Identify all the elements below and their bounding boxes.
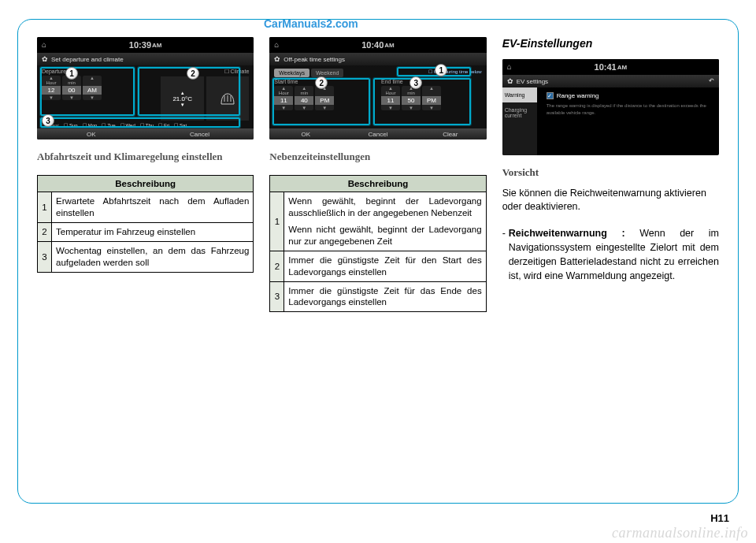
title-bar: ✿ EV settings ↶ [502, 75, 719, 87]
tab-weekend[interactable]: Weekend [311, 69, 343, 77]
screen-title: Off-peak time settings [284, 56, 345, 63]
status-ampm: AM [152, 42, 161, 49]
title-bar: ✿ Off-peak time settings [269, 53, 486, 65]
table-row: 2Immer die günstigste Zeit für den Start… [270, 251, 486, 281]
footer-watermark: carmanualsonline.info [612, 525, 748, 541]
callout-2: 2 [187, 67, 199, 80]
column-3: EV-Einstellungen ⌂ 10:41 AM ✿ EV setting… [502, 37, 719, 487]
column-2: ⌂ 10:40 AM ✿ Off-peak time settings Week… [269, 37, 486, 487]
bullet-range-warning: -Reichweitenwarnung : Wenn der im Naviga… [502, 226, 719, 284]
screenshot-departure-climate: ⌂ 10:39 AM ✿ Set departure and climate D… [37, 37, 254, 139]
back-icon[interactable]: ↶ [709, 77, 714, 84]
caption-col2: Nebenzeiteinstellungen [269, 151, 486, 164]
status-ampm: AM [617, 64, 627, 71]
caption-col1: Abfahrtszeit und Klimaregelung einstelle… [37, 151, 254, 164]
status-time: 10:39 [129, 40, 151, 50]
screenshot-offpeak: ⌂ 10:40 AM ✿ Off-peak time settings Week… [269, 37, 486, 139]
range-warning-checkbox[interactable]: ✓ Range warning [547, 92, 711, 99]
status-time: 10:41 [595, 62, 617, 72]
table-header: Beschreibung [270, 175, 486, 192]
home-icon: ⌂ [274, 40, 279, 49]
ok-button[interactable]: OK [269, 131, 342, 138]
table-row: 1Erwartete Abfahrtszeit nach dem Auflade… [38, 192, 254, 222]
table-col1: Beschreibung 1Erwartete Abfahrtszeit nac… [37, 175, 254, 273]
side-warning[interactable]: Warning [502, 87, 537, 102]
status-ampm: AM [384, 42, 394, 49]
table-row: 3Wochentag einstellen, an dem das Fahrze… [38, 241, 254, 272]
home-icon: ⌂ [507, 62, 512, 71]
page-frame: ⌂ 10:39 AM ✿ Set departure and climate D… [17, 19, 739, 504]
range-warning-desc: The range warning is displayed if the di… [547, 102, 711, 117]
screen-title: Set departure and climate [51, 56, 124, 63]
gear-icon: ✿ [42, 55, 48, 63]
status-bar: ⌂ 10:39 AM [37, 37, 254, 53]
screen-title: EV settings [517, 78, 548, 85]
para-activate: Sie können die Reichweitenwarnung aktivi… [502, 187, 719, 214]
table-row: 1 Wenn gewählt, beginnt der Ladevorgang … [270, 192, 486, 251]
table-row: 2Temperatur im Fahrzeug einstellen [38, 222, 254, 241]
callout-3: 3 [42, 114, 54, 127]
status-bar: ⌂ 10:41 AM [502, 59, 719, 75]
table-header: Beschreibung [38, 175, 254, 192]
title-bar: ✿ Set departure and climate [37, 53, 254, 65]
subhead-vorsicht: Vorsicht [502, 166, 719, 179]
cancel-button[interactable]: Cancel [146, 131, 254, 138]
status-bar: ⌂ 10:40 AM [269, 37, 486, 53]
clear-button[interactable]: Clear [414, 131, 487, 138]
home-icon: ⌂ [42, 40, 46, 49]
status-time: 10:40 [361, 40, 384, 50]
gear-icon: ✿ [274, 55, 280, 63]
tab-weekdays[interactable]: Weekdays [274, 69, 309, 77]
table-row: 3Immer die günstigste Zeit für das Ende … [270, 281, 486, 312]
table-col2: Beschreibung 1 Wenn gewählt, beginnt der… [269, 175, 486, 313]
screenshot-ev-settings: ⌂ 10:41 AM ✿ EV settings ↶ Warning Charg… [502, 59, 719, 155]
callout-1: 1 [65, 67, 78, 80]
column-1: ⌂ 10:39 AM ✿ Set departure and climate D… [37, 37, 254, 487]
watermark-carmanuals: CarManuals2.com [264, 17, 358, 30]
page-number: H11 [710, 512, 729, 524]
cancel-button[interactable]: Cancel [342, 131, 414, 138]
side-charging-current[interactable]: Charging current [502, 102, 537, 123]
gear-icon: ✿ [507, 77, 513, 85]
ok-button[interactable]: OK [37, 131, 146, 138]
heading-ev-settings: EV-Einstellungen [502, 37, 719, 50]
